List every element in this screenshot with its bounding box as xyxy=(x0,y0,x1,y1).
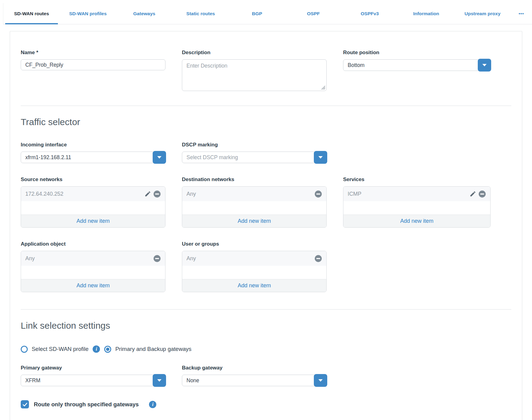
add-new-item-button[interactable]: Add new item xyxy=(182,215,326,227)
backup-gateway-label: Backup gateway xyxy=(182,365,327,371)
route-position-dropdown-button[interactable] xyxy=(478,59,491,72)
list-item: Any xyxy=(182,251,326,266)
add-new-item-button[interactable]: Add new item xyxy=(343,215,490,227)
dscp-marking-field-group: DSCP marking Select DSCP marking xyxy=(182,142,327,163)
tabs-overflow-button[interactable]: ••• xyxy=(511,3,532,24)
route-only-checkbox-label: Route only through specified gateways xyxy=(34,401,139,408)
backup-gateway-select[interactable]: None xyxy=(182,375,327,386)
primary-gateway-dropdown-button[interactable] xyxy=(153,374,166,387)
incoming-interface-value[interactable]: xfrm1-192.168.2.11 xyxy=(21,152,165,163)
name-input[interactable] xyxy=(21,59,165,70)
traffic-selector-heading: Traffic selector xyxy=(21,117,511,127)
tab-sdwan-profiles[interactable]: SD-WAN profiles xyxy=(60,3,116,24)
route-position-select[interactable]: Bottom xyxy=(343,59,491,71)
dscp-marking-label: DSCP marking xyxy=(182,142,327,148)
user-or-groups-panel: Any Add new item xyxy=(182,251,327,292)
chevron-down-icon xyxy=(482,64,487,66)
user-or-groups-label: User or groups xyxy=(182,241,327,247)
add-new-item-button[interactable]: Add new item xyxy=(21,215,165,227)
description-textarea[interactable] xyxy=(182,59,327,91)
tab-gateways[interactable]: Gateways xyxy=(116,3,172,24)
description-field-group: Description xyxy=(182,50,327,91)
chevron-down-icon xyxy=(318,379,323,382)
dscp-marking-select[interactable]: Select DSCP marking xyxy=(182,152,327,163)
edit-item-button[interactable] xyxy=(468,189,477,198)
info-icon[interactable]: i xyxy=(149,401,156,408)
chevron-down-icon xyxy=(157,379,161,382)
remove-item-button[interactable] xyxy=(152,189,161,198)
pencil-icon xyxy=(470,191,476,197)
route-only-checkbox-row: Route only through specified gateways i xyxy=(21,400,511,408)
destination-networks-label: Destination networks xyxy=(182,177,327,183)
primary-gateway-value[interactable]: XFRM xyxy=(21,375,165,386)
tab-ospfv3[interactable]: OSPFv3 xyxy=(342,3,398,24)
list-item-text: Any xyxy=(25,255,152,262)
incoming-interface-label: Incoming interface xyxy=(21,142,165,148)
tab-bgp[interactable]: BGP xyxy=(229,3,285,24)
edit-item-button[interactable] xyxy=(143,189,152,198)
route-position-label: Route position xyxy=(343,50,491,56)
info-icon[interactable]: i xyxy=(93,345,100,353)
list-item: Any xyxy=(182,187,326,201)
remove-item-button[interactable] xyxy=(314,189,323,198)
remove-item-button[interactable] xyxy=(477,189,487,198)
route-position-value[interactable]: Bottom xyxy=(343,59,491,71)
minus-circle-icon xyxy=(314,190,322,198)
divider xyxy=(21,309,511,310)
services-group: Services ICMP xyxy=(343,177,491,228)
radio-unselected-icon[interactable] xyxy=(21,346,28,353)
route-only-checkbox[interactable] xyxy=(21,400,29,408)
backup-gateway-value[interactable]: None xyxy=(182,375,327,386)
list-empty-area xyxy=(182,201,326,215)
radio-select-sdwan-profile[interactable]: Select SD-WAN profile xyxy=(21,346,88,353)
list-item-text: Any xyxy=(186,191,314,197)
destination-networks-group: Destination networks Any Add new item xyxy=(182,177,327,228)
incoming-interface-field-group: Incoming interface xfrm1-192.168.2.11 xyxy=(21,142,165,163)
primary-gateway-label: Primary gateway xyxy=(21,365,165,371)
tab-information[interactable]: Information xyxy=(398,3,454,24)
source-networks-label: Source networks xyxy=(21,177,165,183)
route-form-card: Name * Description Rout xyxy=(10,31,522,420)
user-or-groups-group: User or groups Any Add new item xyxy=(182,241,327,292)
dscp-marking-value[interactable]: Select DSCP marking xyxy=(182,152,327,163)
tab-ospf[interactable]: OSPF xyxy=(285,3,342,24)
tab-bar: SD-WAN routes SD-WAN profiles Gateways S… xyxy=(3,3,532,24)
application-object-group: Application object Any Add new item xyxy=(21,241,165,292)
route-position-field-group: Route position Bottom xyxy=(343,50,491,91)
check-icon xyxy=(22,402,28,407)
list-item: 172.64.240.252 xyxy=(21,187,165,201)
radio-label: Primary and Backup gateways xyxy=(115,346,191,352)
list-empty-area xyxy=(21,201,165,215)
incoming-interface-dropdown-button[interactable] xyxy=(153,151,166,164)
tab-sdwan-routes[interactable]: SD-WAN routes xyxy=(3,3,60,24)
list-item-text: Any xyxy=(186,255,314,262)
link-selection-heading: Link selection settings xyxy=(21,320,511,331)
sd-wan-route-editor: SD-WAN routes SD-WAN profiles Gateways S… xyxy=(0,3,532,420)
incoming-interface-select[interactable]: xfrm1-192.168.2.11 xyxy=(21,152,165,163)
list-item: Any xyxy=(21,251,165,266)
source-networks-group: Source networks 172.64.240.252 xyxy=(21,177,165,228)
add-new-item-button[interactable]: Add new item xyxy=(21,279,165,292)
primary-gateway-select[interactable]: XFRM xyxy=(21,375,165,386)
radio-selected-icon[interactable] xyxy=(104,346,111,353)
description-label: Description xyxy=(182,50,327,56)
radio-primary-backup-gateways[interactable]: Primary and Backup gateways xyxy=(104,346,191,353)
list-item: ICMP xyxy=(343,187,490,201)
name-label: Name * xyxy=(21,50,165,56)
backup-gateway-field-group: Backup gateway None xyxy=(182,365,327,386)
pencil-icon xyxy=(144,191,151,197)
chevron-down-icon xyxy=(318,156,323,159)
name-field-group: Name * xyxy=(21,50,165,91)
minus-circle-icon xyxy=(478,190,486,198)
tab-upstream-proxy[interactable]: Upstream proxy xyxy=(454,3,511,24)
backup-gateway-dropdown-button[interactable] xyxy=(314,374,327,387)
link-selection-radio-group: Select SD-WAN profile i Primary and Back… xyxy=(21,345,511,353)
remove-item-button[interactable] xyxy=(314,254,323,263)
tab-static-routes[interactable]: Static routes xyxy=(172,3,229,24)
add-new-item-button[interactable]: Add new item xyxy=(182,279,326,292)
chevron-down-icon xyxy=(157,156,161,159)
list-empty-area xyxy=(182,266,326,279)
divider xyxy=(21,106,511,106)
remove-item-button[interactable] xyxy=(152,254,161,263)
dscp-marking-dropdown-button[interactable] xyxy=(314,151,327,164)
